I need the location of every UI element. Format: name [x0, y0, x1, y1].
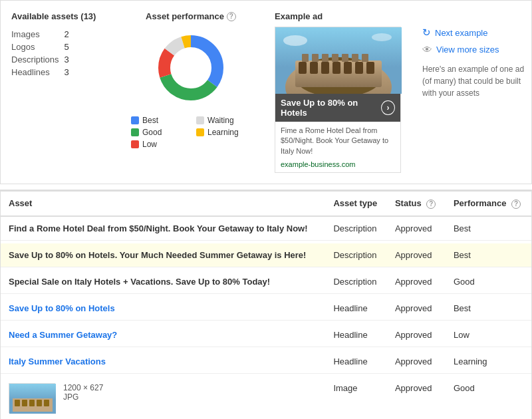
col-status: Status ? — [387, 191, 446, 216]
table-row: Special Sale on Italy Hotels + Vacations… — [1, 270, 531, 294]
asset-cell: 1200 × 627 JPG — [1, 376, 325, 419]
asset-cell: Need a Summer Getaway? — [1, 323, 325, 347]
asset-performance-section: Asset performance ? BestWaitingGoodLearn… — [118, 11, 264, 173]
performance-cell: Best — [446, 216, 531, 241]
image-format: JPG — [63, 392, 103, 402]
svg-rect-30 — [37, 400, 42, 406]
performance-help-icon[interactable]: ? — [511, 200, 521, 209]
svg-rect-9 — [299, 62, 307, 74]
svg-rect-31 — [44, 400, 49, 406]
performance-cell: Learning — [446, 350, 531, 374]
svg-rect-19 — [332, 54, 338, 62]
ad-arrow-icon[interactable]: › — [381, 100, 395, 115]
asset-cell: Find a Rome Hotel Deal from $50/Night. B… — [1, 216, 325, 241]
asset-performance-help-icon[interactable]: ? — [227, 12, 236, 21]
svg-rect-10 — [310, 62, 318, 74]
asset-cell: Save Up to 80% on Hotels — [1, 297, 325, 321]
asset-name: Special Sale on Italy Hotels + Vacations… — [9, 277, 270, 287]
available-asset-label: Images — [11, 28, 65, 41]
legend-label: Learning — [207, 128, 239, 137]
view-more-sizes-label: View more sizes — [436, 45, 499, 55]
legend-label: Waiting — [207, 116, 234, 125]
status-cell: Approved — [387, 216, 446, 241]
asset-name-link[interactable]: Save Up to 80% on Hotels — [9, 303, 115, 313]
status-cell: Approved — [387, 270, 446, 294]
available-asset-label: Headlines — [11, 66, 65, 78]
legend-label: Best — [142, 116, 158, 125]
legend-item: Learning — [196, 128, 251, 137]
ad-headline-text: Save Up to 80% on Hotels — [281, 98, 381, 118]
available-assets-section: Available assets (13) Images2Logos5Descr… — [11, 11, 118, 173]
svg-rect-28 — [22, 400, 27, 406]
ad-display-url: example-business.com — [275, 160, 400, 172]
view-more-sizes-link[interactable]: 👁 View more sizes — [422, 44, 532, 55]
legend-dot — [196, 128, 204, 136]
svg-rect-20 — [342, 54, 348, 62]
thumb-svg — [9, 384, 56, 414]
available-asset-count: 3 — [65, 53, 74, 66]
type-cell: Description — [325, 270, 387, 294]
svg-rect-21 — [352, 54, 358, 62]
asset-name-link[interactable]: Need a Summer Getaway? — [9, 330, 117, 340]
svg-rect-15 — [366, 62, 374, 74]
donut-hole — [172, 49, 209, 86]
legend-dot — [131, 116, 139, 124]
type-cell: Headline — [325, 297, 387, 321]
available-asset-row: Descriptions3 — [11, 53, 74, 66]
available-asset-count: 2 — [65, 28, 74, 41]
asset-cell: Save Up to 80% on Hotels. Your Much Need… — [1, 243, 325, 267]
performance-cell: Best — [446, 297, 531, 321]
legend-dot — [196, 116, 204, 124]
type-cell: Image — [325, 376, 387, 419]
asset-name-link[interactable]: Italy Summer Vacations — [9, 356, 106, 366]
status-cell: Approved — [387, 243, 446, 267]
table-row: Italy Summer Vacations Headline Approved… — [1, 350, 531, 374]
type-cell: Headline — [325, 350, 387, 374]
status-cell: Approved — [387, 376, 446, 419]
svg-rect-12 — [332, 62, 340, 74]
status-help-icon[interactable]: ? — [426, 200, 436, 209]
status-cell: Approved — [387, 350, 446, 374]
asset-cell: Italy Summer Vacations — [1, 350, 325, 374]
ad-preview: Save Up to 80% on Hotels › Fime a Rome H… — [275, 27, 401, 173]
col-type: Asset type — [325, 191, 387, 216]
next-example-link[interactable]: ↻ Next example — [422, 27, 532, 39]
svg-rect-29 — [29, 400, 35, 406]
image-thumbnail — [9, 383, 55, 413]
next-example-label: Next example — [435, 28, 487, 38]
svg-rect-27 — [15, 400, 20, 406]
col-asset: Asset — [1, 191, 325, 216]
asset-name: Find a Rome Hotel Deal from $50/Night. B… — [9, 223, 308, 233]
available-asset-label: Logos — [11, 41, 65, 53]
asset-cell: Special Sale on Italy Hotels + Vacations… — [1, 270, 325, 294]
available-asset-row: Headlines3 — [11, 66, 74, 78]
legend-dot — [131, 140, 139, 148]
example-ad-section: Example ad — [264, 11, 412, 173]
table-row: Need a Summer Getaway? Headline Approved… — [1, 323, 531, 347]
legend-label: Low — [142, 140, 157, 149]
performance-cell: Best — [446, 243, 531, 267]
assets-table-wrapper: Asset Asset type Status ? Performance ? … — [0, 190, 532, 419]
table-row: Save Up to 80% on Hotels Headline Approv… — [1, 297, 531, 321]
svg-rect-18 — [322, 54, 329, 62]
performance-cell: Good — [446, 376, 531, 419]
legend-item: Waiting — [196, 116, 251, 125]
assets-table: Asset Asset type Status ? Performance ? … — [1, 190, 531, 419]
colosseum-svg — [275, 27, 402, 94]
legend-dot — [131, 128, 139, 136]
type-cell: Description — [325, 216, 387, 241]
status-cell: Approved — [387, 297, 446, 321]
eye-icon: 👁 — [422, 44, 432, 55]
performance-legend: BestWaitingGoodLearningLow — [131, 116, 251, 149]
ad-body-text: Fime a Rome Hotel Deal from $50/Night. B… — [275, 122, 400, 160]
top-panel: Available assets (13) Images2Logos5Descr… — [0, 0, 532, 184]
svg-rect-14 — [355, 62, 363, 74]
col-performance: Performance ? — [446, 191, 531, 216]
image-info: 1200 × 627 JPG — [63, 383, 103, 402]
type-cell: Description — [325, 243, 387, 267]
available-asset-count: 3 — [65, 66, 74, 78]
example-actions-section: Example ad ↻ Next example 👁 View more si… — [412, 11, 532, 173]
available-asset-row: Logos5 — [11, 41, 74, 53]
legend-item: Low — [131, 140, 186, 149]
ad-colosseum-bg — [275, 27, 402, 94]
